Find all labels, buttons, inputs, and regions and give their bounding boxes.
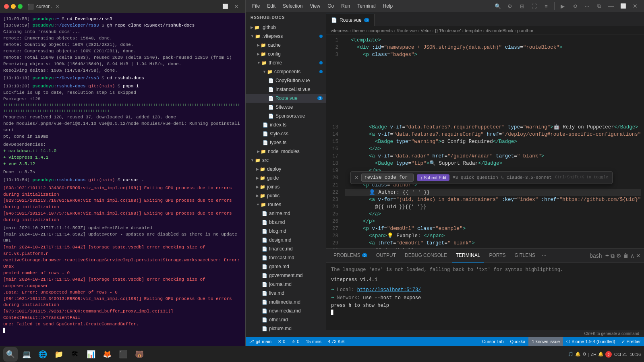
sidebar-item-newmediamd[interactable]: 📄new-media.md bbox=[246, 306, 326, 315]
sidebar-item-nodemodules[interactable]: ▶ 📁 node_modules bbox=[246, 147, 326, 156]
menu-selection[interactable]: Selection bbox=[280, 2, 306, 10]
sidebar-item-bbsmd[interactable]: 📄bbs.md bbox=[246, 218, 326, 227]
sidebar-item-guide[interactable]: ▶ 📁 guide bbox=[246, 174, 326, 182]
status-size[interactable]: 4.73 KiB bbox=[325, 337, 348, 346]
sidebar-item-github[interactable]: ▶ 📁 .github bbox=[246, 23, 326, 32]
sidebar-item-animemd[interactable]: 📄anime.md bbox=[246, 209, 326, 218]
taskbar-cursor-icon[interactable]: ⬛ bbox=[116, 347, 130, 362]
sidebar-item-config[interactable]: ▶ 📁 config bbox=[246, 50, 326, 58]
sidebar-item-instancelist[interactable]: 📄 InstanceList.vue bbox=[246, 85, 326, 94]
tab-problems[interactable]: PROBLEMS 3 bbox=[329, 249, 371, 263]
vscode-restore-icon[interactable]: ⬜ bbox=[617, 0, 629, 12]
status-known-issue[interactable]: 1 known issue bbox=[528, 337, 563, 346]
tab-ports[interactable]: PORTS bbox=[485, 249, 509, 263]
toolbar-icon-4[interactable]: ⛶ bbox=[528, 0, 540, 12]
sidebar-item-theme[interactable]: ▼ 📁 theme bbox=[246, 58, 326, 67]
tab-terminal[interactable]: TERMINAL bbox=[452, 249, 485, 263]
status-errors[interactable]: ✕ 0 bbox=[275, 337, 288, 346]
sidebar-item-stylecss[interactable]: 📄 style.css bbox=[246, 129, 326, 138]
taskbar-activity-icon[interactable]: 📊 bbox=[84, 347, 98, 362]
taskbar-browser[interactable]: 🌐 bbox=[35, 347, 50, 362]
taskbar-time[interactable]: 10:16 bbox=[630, 352, 641, 357]
sidebar-item-public[interactable]: ▶ 📁 public bbox=[246, 191, 326, 200]
panel-close-icon[interactable]: ✕ bbox=[636, 252, 641, 259]
submit-edit-button[interactable]: ↑ Submit Edit bbox=[417, 174, 449, 181]
sidebar-item-blogmd[interactable]: 📄blog.md bbox=[246, 227, 326, 236]
tab-debug-console[interactable]: DEBUG CONSOLE bbox=[401, 249, 451, 263]
win-restore-icon[interactable]: ⬜ bbox=[220, 2, 230, 11]
toolbar-search-icon[interactable]: 🔍 bbox=[492, 0, 503, 12]
status-cursor-tab[interactable]: Cursor Tab bbox=[479, 337, 507, 346]
menu-help[interactable]: Help bbox=[380, 2, 396, 10]
win-minimize-icon[interactable]: — bbox=[209, 2, 219, 11]
vscode-close-icon[interactable]: ✕ bbox=[630, 0, 641, 12]
toolbar-icon-3[interactable]: ⊞ bbox=[516, 0, 528, 12]
menu-file[interactable]: File bbox=[249, 2, 263, 10]
status-prettier[interactable]: ✓ Prettier bbox=[618, 337, 644, 346]
panel-toggle-icon[interactable]: ∧ bbox=[630, 252, 634, 259]
sidebar-item-deploy[interactable]: ▶ 📁 deploy bbox=[246, 165, 326, 174]
sidebar-item-multimediamd[interactable]: 📄multimedia.md bbox=[246, 298, 326, 306]
trash-icon[interactable]: 🗑 bbox=[623, 252, 629, 259]
tab-output[interactable]: OUTPUT bbox=[372, 249, 400, 263]
completion-input[interactable] bbox=[361, 174, 414, 182]
status-quokka[interactable]: Quokka bbox=[507, 337, 529, 346]
sidebar-item-src[interactable]: ▼ 📁 src bbox=[246, 156, 326, 165]
new-terminal-icon[interactable]: bash bbox=[588, 252, 603, 260]
menu-edit[interactable]: Edit bbox=[264, 2, 279, 10]
tab-gitlens[interactable]: GITLENS bbox=[511, 249, 539, 263]
editor-tab-route[interactable]: 📄 Route.vue 3 bbox=[326, 14, 375, 26]
panel-more-icon[interactable]: ⋯ bbox=[540, 251, 548, 260]
maximize-icon[interactable] bbox=[18, 4, 23, 9]
sidebar-item-forecastmd[interactable]: 📄forecast.md bbox=[246, 253, 326, 262]
menu-run[interactable]: Run bbox=[338, 2, 353, 10]
sidebar-item-picturemd[interactable]: 📄picture.md bbox=[246, 324, 326, 333]
taskbar-terminal-app[interactable]: 💻 bbox=[19, 347, 34, 362]
quick-question-option[interactable]: ⌘S quick question bbox=[453, 174, 498, 181]
status-biome[interactable]: ⎔ Biome 1.9.4 (bundled) bbox=[563, 337, 618, 346]
win-close-icon[interactable]: ✕ bbox=[232, 2, 241, 11]
sidebar-item-typests[interactable]: 📄 types.ts bbox=[246, 138, 326, 147]
sidebar-item-routes[interactable]: ▼ 📁 routes bbox=[246, 200, 326, 209]
sidebar-item-gamemd[interactable]: 📄game.md bbox=[246, 262, 326, 271]
sidebar-item-journalmd[interactable]: 📄journal.md bbox=[246, 280, 326, 289]
sidebar-item-livemd[interactable]: 📄live.md bbox=[246, 289, 326, 298]
sidebar-item-othermd[interactable]: 📄other.md bbox=[246, 315, 326, 324]
settings-icon[interactable]: ⚙ bbox=[616, 252, 621, 259]
add-terminal-icon[interactable]: + bbox=[605, 252, 609, 259]
sidebar-item-components[interactable]: ▼ 📁 components bbox=[246, 67, 326, 76]
close-popup-icon[interactable]: ✕ bbox=[355, 174, 358, 181]
toolbar-icon-2[interactable]: ⚙ bbox=[504, 0, 516, 12]
taskbar-files[interactable]: 📁 bbox=[52, 347, 66, 362]
sidebar-item-copybutton[interactable]: 📄 CopyButton.vue bbox=[246, 76, 326, 85]
sidebar-item-vitepress[interactable]: ▼ 📁 .vitepress bbox=[246, 32, 326, 41]
run-icon[interactable]: ▶ bbox=[557, 0, 568, 12]
toolbar-icon-5[interactable]: ≡ bbox=[540, 0, 552, 12]
status-time[interactable]: 15 mins bbox=[303, 337, 325, 346]
taskbar-launcher[interactable]: 🔍 bbox=[3, 347, 18, 362]
status-git[interactable]: ⎇ git-main bbox=[246, 337, 275, 346]
sidebar-item-indexts[interactable]: 📄 index.ts bbox=[246, 120, 326, 129]
taskbar-more-apps[interactable]: 🐻 bbox=[132, 347, 147, 362]
sidebar-item-joinus[interactable]: ▶ 📁 joinus bbox=[246, 182, 326, 191]
menu-view[interactable]: View bbox=[306, 2, 323, 10]
vscode-minimize-icon[interactable]: — bbox=[605, 0, 617, 12]
sidebar-item-governmentmd[interactable]: 📄government.md bbox=[246, 271, 326, 280]
split-icon[interactable]: ⧉ bbox=[593, 0, 605, 12]
minimize-icon[interactable] bbox=[11, 4, 16, 9]
sidebar-item-designmd[interactable]: 📄design.md bbox=[246, 236, 326, 244]
toolbar-icon-8[interactable]: ⋯ bbox=[581, 0, 592, 12]
menu-terminal[interactable]: Terminal bbox=[354, 2, 379, 10]
split-terminal-icon[interactable]: ⧉ bbox=[611, 252, 615, 259]
terminal-close-icon[interactable]: ✕ bbox=[56, 4, 59, 9]
sidebar-item-routevue[interactable]: 📄 Route.vue 3 bbox=[246, 94, 326, 103]
close-icon[interactable] bbox=[4, 4, 9, 9]
sidebar-item-sitevue[interactable]: 📄 Site.vue bbox=[246, 103, 326, 112]
taskbar-firefox[interactable]: 🦊 bbox=[100, 347, 114, 362]
taskbar-date[interactable]: Oct 21 bbox=[614, 352, 627, 357]
status-warnings[interactable]: ⚠ 0 bbox=[288, 337, 302, 346]
menu-go[interactable]: Go bbox=[324, 2, 337, 10]
taskbar-vscode-app[interactable]: 🛠 bbox=[68, 347, 82, 362]
sidebar-item-sponsorsvue[interactable]: 📄 Sponsors.vue bbox=[246, 112, 326, 120]
sidebar-item-cache[interactable]: ▶ 📁 cache bbox=[246, 41, 326, 50]
